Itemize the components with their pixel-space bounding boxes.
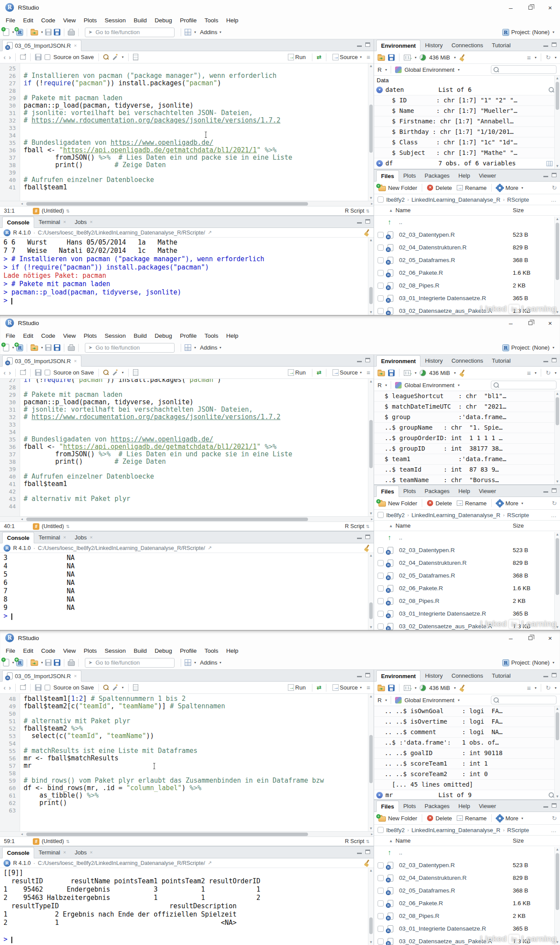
console-scrollbar[interactable]: ▲▼ (368, 553, 374, 630)
scroll-down-icon[interactable]: ▼ (368, 826, 374, 831)
new-folder-button[interactable]: New Folder (377, 500, 418, 507)
import-dataset-dropdown-icon[interactable]: ▾ (415, 56, 416, 60)
scroll-left-icon[interactable]: ◂ (21, 517, 23, 521)
scroll-down-icon[interactable]: ▼ (555, 794, 560, 799)
popout-icon[interactable] (20, 370, 26, 375)
scroll-down-icon[interactable]: ▼ (555, 479, 560, 484)
tab-environment[interactable]: Environment (376, 670, 420, 682)
tab-viewer[interactable]: Viewer (474, 485, 500, 497)
editor-hscrollbar[interactable]: ◂ ▸ (0, 516, 374, 522)
menu-build[interactable]: Build (130, 648, 150, 654)
addins-menu[interactable]: Addins▾ (198, 659, 223, 666)
file-row[interactable]: 02_03_Datentypen.R523 B (374, 544, 560, 556)
column-name[interactable]: Name (396, 207, 513, 214)
column-name[interactable]: Name (396, 837, 513, 844)
forward-icon[interactable]: › (9, 369, 11, 376)
save-file-icon[interactable] (35, 369, 42, 376)
environment-entry[interactable]: [... 45 lines omitted] (374, 780, 554, 790)
scroll-left-icon[interactable]: ◂ (21, 202, 23, 206)
editor-hscrollbar[interactable]: ◂ ▸ (0, 201, 374, 206)
tab-help[interactable]: Help (454, 170, 475, 181)
pane-layout-icon[interactable] (185, 344, 191, 351)
file-checkbox[interactable] (378, 295, 384, 301)
environment-object[interactable]: ▶mrList of 9 (374, 790, 554, 799)
breadcrumb-lbe8fy2[interactable]: lbe8fy2 (386, 827, 405, 833)
compile-report-icon[interactable] (133, 684, 138, 691)
tab-jobs[interactable]: Jobs× (70, 216, 97, 228)
column-size[interactable]: Size (513, 522, 560, 529)
sort-ascending-icon[interactable]: ▲ (389, 524, 393, 528)
file-checkbox[interactable] (378, 547, 384, 553)
list-view-dropdown-icon[interactable]: ▾ (535, 686, 536, 690)
compile-report-icon[interactable] (133, 54, 138, 60)
environment-entry[interactable]: $ Name : chr [1:7] "Mueller"… (374, 106, 554, 116)
tab-plots[interactable]: Plots (399, 485, 420, 497)
tab-environment[interactable]: Environment (376, 355, 420, 367)
file-checkbox[interactable] (378, 270, 384, 276)
breadcrumb-linkedinlearning-datenanalyse-r[interactable]: LinkedInLearning_Datenanalyse_R (412, 827, 500, 833)
save-file-icon[interactable] (35, 54, 42, 60)
file-name[interactable]: 02_05_Dataframes.R (399, 887, 513, 894)
scroll-down-icon[interactable]: ▼ (368, 196, 374, 201)
forward-icon[interactable]: › (9, 684, 11, 691)
inspect-object-icon[interactable] (549, 792, 554, 798)
clear-console-icon[interactable] (364, 545, 370, 551)
tab-packages[interactable]: Packages (420, 800, 454, 812)
close-tab-icon[interactable]: × (63, 532, 66, 543)
source-on-save-checkbox[interactable] (45, 54, 50, 60)
tab-files[interactable]: Files (376, 486, 399, 497)
breadcrumb-lbe8fy2[interactable]: lbe8fy2 (386, 512, 405, 518)
menu-help[interactable]: Help (222, 17, 242, 24)
save-all-icon[interactable] (54, 659, 60, 666)
menu-profile[interactable]: Profile (176, 332, 200, 339)
menu-plots[interactable]: Plots (80, 648, 101, 654)
maximize-pane-icon[interactable] (365, 673, 370, 677)
menu-view[interactable]: View (59, 332, 80, 339)
expand-icon[interactable]: ▶ (376, 160, 383, 167)
menu-profile[interactable]: Profile (176, 648, 200, 654)
scroll-up-icon[interactable]: ▲ (368, 868, 374, 873)
save-icon[interactable] (45, 29, 52, 35)
tab-files[interactable]: Files (376, 170, 399, 182)
scroll-thumb[interactable] (556, 853, 559, 910)
popout-icon[interactable] (20, 685, 26, 690)
tab-jobs[interactable]: Jobs× (70, 532, 97, 543)
file-row-up[interactable]: ↑.. (374, 846, 560, 859)
compile-report-icon[interactable] (133, 369, 138, 376)
breadcrumb-rscripte[interactable]: RScripte (507, 196, 529, 203)
list-view-dropdown-icon[interactable]: ▾ (535, 371, 536, 375)
editor-vscrollbar[interactable]: ▲ ▼ (368, 694, 374, 831)
select-all-checkbox[interactable] (378, 196, 384, 203)
console-output[interactable]: 6 6 Wurst Hans 05/05/2014 1a Mathe7 7 We… (0, 238, 374, 315)
minimize-pane-icon[interactable] (357, 850, 362, 854)
view-table-icon[interactable] (546, 161, 553, 166)
environment-selector[interactable]: Global Environment (404, 382, 454, 388)
file-row[interactable]: 02_06_Pakete.R1.6 KB (374, 897, 560, 910)
run-button[interactable]: Run (286, 54, 308, 60)
breadcrumb-more[interactable]: … (551, 827, 556, 833)
file-checkbox[interactable] (378, 598, 384, 604)
new-folder-button[interactable]: New Folder (377, 185, 418, 191)
environment-search-box[interactable] (491, 65, 556, 74)
editor-hscrollbar[interactable]: ◂ ▸ (0, 831, 374, 836)
save-file-icon[interactable] (35, 684, 42, 691)
tab-viewer[interactable]: Viewer (474, 800, 500, 812)
file-checkbox[interactable] (378, 913, 384, 919)
menu-debug[interactable]: Debug (150, 648, 176, 654)
menu-view[interactable]: View (59, 17, 80, 24)
document-outline-icon[interactable]: ≡ (367, 54, 370, 61)
environment-entry[interactable]: ..$ groupOrderID: int 1 1 1 1 … (374, 433, 554, 444)
up-directory-icon[interactable]: ↑ (388, 850, 391, 856)
rename-button[interactable]: Rename (455, 815, 488, 822)
new-folder-button[interactable]: New Folder (377, 815, 418, 822)
minimize-pane-icon[interactable] (543, 43, 548, 47)
code-area[interactable]: 2526272829303132333435363738394041 # Ins… (0, 63, 374, 201)
editor-tab[interactable]: 03_05_ImportJSON.R × (2, 355, 81, 367)
rename-button[interactable]: Rename (455, 185, 488, 191)
menu-build[interactable]: Build (130, 17, 150, 24)
clear-environment-icon[interactable] (459, 685, 466, 691)
language-selector[interactable]: R (378, 697, 382, 704)
tab-connections[interactable]: Connections (447, 355, 487, 366)
environment-entry[interactable]: ..$ teamName : chr "Boruss… (374, 475, 554, 484)
import-dataset-icon[interactable] (404, 685, 411, 691)
